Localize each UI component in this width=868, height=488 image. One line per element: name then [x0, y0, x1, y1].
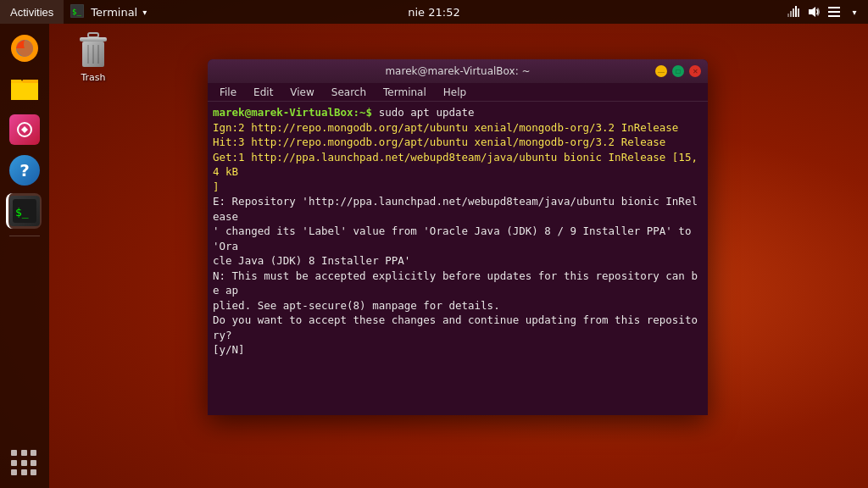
svg-text:$_: $_ — [72, 8, 81, 16]
terminal-menu-indicator[interactable]: $_ Terminal ▾ — [64, 0, 153, 24]
term-line-2: Hit:3 http://repo.mongodb.org/apt/ubuntu… — [213, 135, 703, 150]
svg-rect-10 — [828, 15, 840, 17]
svg-rect-9 — [828, 11, 840, 13]
terminal-menu-view[interactable]: View — [283, 85, 320, 100]
dock-terminal[interactable]: $_ — [6, 193, 42, 229]
topbar-datetime: nie 21:52 — [408, 6, 459, 19]
grid-dot — [31, 450, 36, 456]
term-prompt-text: marek@marek-VirtualBox:~$ — [213, 106, 372, 119]
grid-dot — [21, 460, 27, 466]
system-menu-icon[interactable] — [827, 5, 841, 19]
term-line-10: Do you want to accept these changes and … — [213, 313, 703, 342]
grid-dot — [31, 469, 36, 475]
svg-rect-6 — [798, 8, 799, 17]
window-close-button[interactable]: ✕ — [689, 65, 701, 77]
svg-text:$_: $_ — [15, 206, 29, 219]
terminal-menu-terminal[interactable]: Terminal — [376, 85, 433, 100]
trash-label: Trash — [81, 72, 105, 83]
svg-rect-16 — [88, 33, 98, 37]
term-line-4: ] — [213, 180, 703, 195]
topbar-left: Activities $_ Terminal ▾ — [0, 0, 153, 24]
terminal-menu-arrow: ▾ — [142, 8, 147, 17]
terminal-menu-help[interactable]: Help — [437, 85, 473, 100]
svg-rect-3 — [790, 11, 792, 17]
svg-rect-8 — [828, 7, 840, 8]
terminal-menu-edit[interactable]: Edit — [247, 85, 280, 100]
terminal-title: marek@marek-VirtualBox: ~ — [385, 65, 530, 77]
activities-button[interactable]: Activities — [0, 0, 64, 24]
desktop-trash-icon[interactable]: Trash — [68, 32, 119, 83]
term-line-9: plied. See apt-secure(8) manpage for det… — [213, 298, 703, 313]
window-maximize-button[interactable]: □ — [672, 65, 684, 77]
terminal-output[interactable]: marek@marek-VirtualBox:~$ sudo apt updat… — [208, 102, 708, 415]
terminal-menubar: File Edit View Search Terminal Help — [208, 83, 708, 102]
dock: ? $_ — [0, 24, 49, 488]
svg-rect-2 — [787, 14, 789, 17]
topbar-right: ▾ — [787, 5, 868, 19]
terminal-menu-search[interactable]: Search — [325, 85, 373, 100]
terminal-window: marek@marek-VirtualBox: ~ — □ ✕ File Edi… — [208, 59, 708, 415]
term-line-6: ' changed its 'Label' value from 'Oracle… — [213, 224, 703, 253]
grid-dot — [11, 450, 17, 456]
grid-dot — [31, 460, 36, 466]
desktop: Activities $_ Terminal ▾ nie 21:52 — [0, 0, 868, 488]
sidebar-divider — [9, 236, 40, 236]
volume-icon[interactable] — [807, 5, 821, 19]
dock-firefox[interactable] — [7, 30, 42, 66]
term-line-1: Ign:2 http://repo.mongodb.org/apt/ubuntu… — [213, 120, 703, 136]
terminal-icon: $_ — [9, 196, 40, 226]
terminal-titlebar: marek@marek-VirtualBox: ~ — □ ✕ — [208, 59, 708, 83]
grid-dot — [21, 469, 27, 475]
svg-rect-5 — [795, 6, 797, 17]
terminal-menu-file[interactable]: File — [213, 85, 243, 100]
term-line-5: E: Repository 'http://ppa.launchpad.net/… — [213, 194, 703, 224]
term-line-11: [y/N] — [213, 342, 703, 358]
term-line-prompt: marek@marek-VirtualBox:~$ sudo apt updat… — [213, 105, 703, 120]
svg-marker-7 — [809, 7, 815, 17]
svg-rect-17 — [80, 37, 107, 42]
terminal-menu-label: Terminal — [91, 6, 137, 19]
svg-rect-4 — [793, 8, 794, 17]
dock-files[interactable] — [7, 71, 42, 107]
dock-software-center[interactable] — [7, 112, 42, 147]
dock-apps-grid[interactable] — [7, 446, 42, 481]
dock-help[interactable]: ? — [7, 152, 42, 188]
trash-icon-image — [76, 32, 110, 69]
terminal-menu-icon: $_ — [70, 4, 84, 20]
software-icon — [9, 114, 40, 145]
topbar: Activities $_ Terminal ▾ nie 21:52 — [0, 0, 868, 24]
term-line-8: N: This must be accepted explicitly befo… — [213, 269, 703, 298]
window-controls: — □ ✕ — [655, 65, 701, 77]
system-dropdown-arrow[interactable]: ▾ — [848, 5, 861, 19]
term-line-7: cle Java (JDK) 8 Installer PPA' — [213, 253, 703, 269]
apps-grid-icon — [11, 450, 38, 477]
grid-dot — [11, 469, 17, 475]
grid-dot — [21, 450, 27, 456]
term-line-3: Get:1 http://ppa.launchpad.net/webupd8te… — [213, 150, 703, 180]
window-minimize-button[interactable]: — — [655, 65, 667, 77]
term-command-text: sudo apt update — [372, 106, 474, 119]
network-icon[interactable] — [787, 5, 800, 19]
help-icon: ? — [9, 155, 40, 186]
grid-dot — [11, 460, 17, 466]
